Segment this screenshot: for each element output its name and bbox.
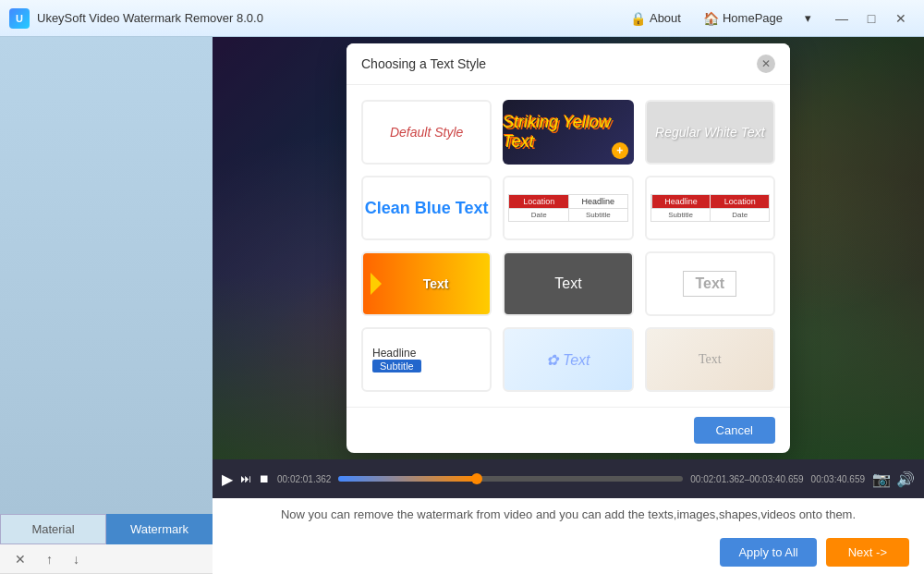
move-up-button[interactable]: ↑ [41, 550, 58, 568]
camera-icon[interactable]: 📷 [872, 470, 891, 488]
style-grid: Default Style Striking Yellow Text + Reg… [346, 85, 790, 407]
modal-header: Choosing a Text Style ✕ [346, 43, 790, 85]
titlebar-nav: 🔒 About 🏠 HomePage ▾ [621, 7, 821, 30]
sidebar: Material Watermark ✕ ↑ ↓ [0, 37, 213, 574]
status-message: Now you can remove the watermark from vi… [213, 498, 924, 531]
modal-close-button[interactable]: ✕ [757, 55, 775, 73]
video-preview: Choosing a Text Style ✕ Default Style St… [213, 37, 924, 459]
table-left-preview: Location Headline Date Subtitle [508, 194, 627, 222]
app-title: UkeySoft Video Watermark Remover 8.0.0 [37, 11, 621, 25]
about-nav-item[interactable]: 🔒 About [621, 7, 690, 30]
play-button[interactable]: ▶ [222, 470, 233, 488]
titlebar: U UkeySoft Video Watermark Remover 8.0.0… [0, 0, 924, 37]
style-item-bubble[interactable]: ✿ Text [503, 327, 633, 392]
timeline-range: 00:02:01.362–00:03:40.659 [690, 474, 803, 484]
style-item-script[interactable]: Text [645, 327, 775, 392]
style-item-headline[interactable]: Headline Subtitle [361, 327, 492, 392]
style-yellow-text: Striking Yellow Text [503, 113, 633, 152]
volume-icon[interactable]: 🔊 [896, 470, 915, 488]
style-bubble-text: ✿ Text [546, 351, 590, 369]
timeline-thumb[interactable] [471, 473, 482, 484]
dropdown-nav-item[interactable]: ▾ [796, 7, 821, 29]
home-icon: 🏠 [703, 11, 719, 26]
sidebar-tabs: Material Watermark [0, 514, 213, 544]
video-area: Choosing a Text Style ✕ Default Style St… [213, 37, 924, 574]
style-item-videofx[interactable]: Text [361, 251, 492, 316]
sidebar-tab-material[interactable]: Material [0, 514, 106, 544]
minimize-button[interactable]: — [828, 6, 856, 31]
window-controls: — □ ✕ [828, 6, 915, 31]
style-item-outlined[interactable]: Text [645, 251, 775, 316]
homepage-label: HomePage [723, 11, 783, 25]
style-headline-h: Headline [372, 347, 416, 360]
modal-footer: Cancel [346, 407, 790, 453]
bottom-section: Now you can remove the watermark from vi… [213, 498, 924, 574]
modal-overlay: Choosing a Text Style ✕ Default Style St… [213, 37, 924, 459]
apply-to-all-button[interactable]: Apply to All [720, 538, 816, 567]
style-blue-text: Clean Blue Text [365, 199, 489, 218]
timeline-progress [338, 476, 476, 482]
style-script-text: Text [699, 352, 722, 367]
controls-row: ✕ ↑ ↓ [0, 544, 213, 574]
style-default-label: Default Style [390, 125, 463, 140]
timeline-icons: 📷 🔊 [872, 470, 915, 488]
stop-button[interactable]: ⏹ [259, 472, 270, 485]
maximize-button[interactable]: □ [857, 6, 885, 31]
cancel-button[interactable]: Cancel [694, 417, 775, 444]
timeline-bar: ▶ ⏭ ⏹ 00:02:01.362 00:02:01.362–00:03:40… [213, 459, 924, 498]
sidebar-tab-watermark[interactable]: Watermark [106, 514, 213, 544]
style-item-striking-yellow[interactable]: Striking Yellow Text + [503, 100, 633, 165]
style-item-dark[interactable]: Text [503, 251, 633, 316]
action-bar: Apply to All Next -> [213, 531, 924, 574]
style-white-text: Regular White Text [655, 125, 765, 140]
chevron-down-icon: ▾ [805, 11, 811, 25]
next-button[interactable]: Next -> [826, 538, 909, 567]
table-right-preview: Headline Location Subtitle Date [650, 194, 770, 222]
homepage-nav-item[interactable]: 🏠 HomePage [694, 7, 792, 30]
style-outlined-text: Text [683, 271, 736, 297]
about-label: About [650, 11, 681, 25]
current-time: 00:02:01.362 [277, 474, 331, 484]
timeline-slider[interactable] [338, 476, 683, 482]
style-item-table-left[interactable]: Location Headline Date Subtitle [503, 176, 633, 240]
app-logo: U [9, 8, 30, 29]
style-videofx-text: Text [423, 276, 449, 291]
style-item-clean-blue[interactable]: Clean Blue Text [361, 176, 492, 240]
lock-icon: 🔒 [630, 11, 646, 26]
text-style-modal: Choosing a Text Style ✕ Default Style St… [346, 43, 790, 453]
move-down-button[interactable]: ↓ [67, 550, 85, 568]
style-subtitle: Subtitle [372, 360, 421, 372]
main-container: Material Watermark ✕ ↑ ↓ Choosing a Text… [0, 37, 924, 574]
close-button[interactable]: ✕ [887, 6, 915, 31]
style-item-default[interactable]: Default Style [361, 100, 492, 165]
style-item-regular-white[interactable]: Regular White Text [645, 100, 775, 165]
end-time: 00:03:40.659 [811, 474, 865, 484]
delete-button[interactable]: ✕ [9, 550, 31, 568]
style-dark-text: Text [554, 275, 581, 292]
step-forward-button[interactable]: ⏭ [240, 472, 251, 485]
style-item-table-right[interactable]: Headline Location Subtitle Date [645, 176, 775, 240]
modal-title: Choosing a Text Style [361, 56, 486, 71]
